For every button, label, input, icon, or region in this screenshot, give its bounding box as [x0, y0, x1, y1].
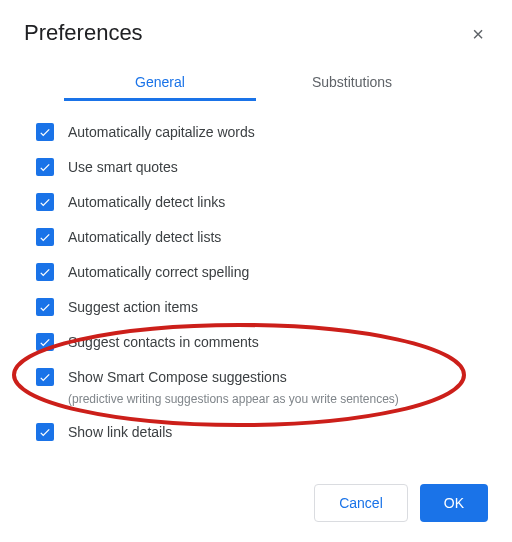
checkmark-icon [38, 195, 52, 209]
checkmark-icon [38, 160, 52, 174]
checkbox-smart-compose[interactable] [36, 368, 54, 386]
checkmark-icon [38, 370, 52, 384]
option-label: Use smart quotes [68, 158, 178, 176]
option-label: Show Smart Compose suggestions [68, 368, 399, 386]
option-label: Automatically detect lists [68, 228, 221, 246]
dialog-header: Preferences × [24, 20, 488, 48]
checkmark-icon [38, 265, 52, 279]
dialog-title: Preferences [24, 20, 143, 46]
dialog-footer: Cancel OK [314, 484, 488, 522]
checkmark-icon [38, 125, 52, 139]
close-icon[interactable]: × [468, 20, 488, 48]
checkbox-link-details[interactable] [36, 423, 54, 441]
tab-substitutions[interactable]: Substitutions [256, 66, 448, 101]
checkbox-detect-lists[interactable] [36, 228, 54, 246]
option-label: Automatically detect links [68, 193, 225, 211]
option-label: Show link details [68, 423, 172, 441]
option-action-items: Suggest action items [36, 298, 488, 316]
option-suggest-contacts: Suggest contacts in comments [36, 333, 488, 351]
option-detect-links: Automatically detect links [36, 193, 488, 211]
option-correct-spelling: Automatically correct spelling [36, 263, 488, 281]
option-label: Suggest action items [68, 298, 198, 316]
checkbox-action-items[interactable] [36, 298, 54, 316]
option-description: (predictive writing suggestions appear a… [68, 392, 399, 406]
checkmark-icon [38, 230, 52, 244]
ok-button[interactable]: OK [420, 484, 488, 522]
option-link-details: Show link details [36, 423, 488, 441]
checkbox-detect-links[interactable] [36, 193, 54, 211]
checkmark-icon [38, 300, 52, 314]
checkbox-smart-quotes[interactable] [36, 158, 54, 176]
tab-bar: General Substitutions [24, 66, 488, 101]
tab-general[interactable]: General [64, 66, 256, 101]
checkbox-capitalize[interactable] [36, 123, 54, 141]
checkmark-icon [38, 335, 52, 349]
cancel-button[interactable]: Cancel [314, 484, 408, 522]
option-label: Automatically capitalize words [68, 123, 255, 141]
checkmark-icon [38, 425, 52, 439]
option-capitalize: Automatically capitalize words [36, 123, 488, 141]
option-detect-lists: Automatically detect lists [36, 228, 488, 246]
preferences-dialog: Preferences × General Substitutions Auto… [0, 0, 512, 542]
option-smart-quotes: Use smart quotes [36, 158, 488, 176]
checkbox-suggest-contacts[interactable] [36, 333, 54, 351]
checkbox-correct-spelling[interactable] [36, 263, 54, 281]
options-list: Automatically capitalize words Use smart… [24, 123, 488, 441]
option-label: Automatically correct spelling [68, 263, 249, 281]
option-label: Suggest contacts in comments [68, 333, 259, 351]
option-smart-compose: Show Smart Compose suggestions (predicti… [36, 368, 488, 406]
